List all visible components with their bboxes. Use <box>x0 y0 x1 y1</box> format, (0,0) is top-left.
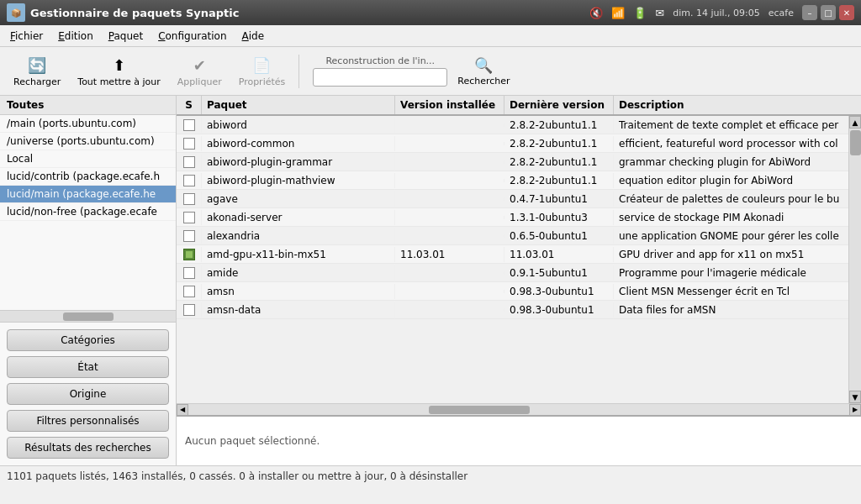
volume-icon[interactable]: 🔇 <box>589 7 603 19</box>
minimize-button[interactable]: – <box>802 5 817 20</box>
table-row[interactable]: amsn-data0.98.3-0ubuntu1Data files for a… <box>177 301 848 319</box>
app-icon: 📦 <box>7 3 25 22</box>
battery-icon[interactable]: 🔋 <box>633 7 647 19</box>
package-installed-version <box>395 308 504 312</box>
package-last-version: 0.4.7-1ubuntu1 <box>504 192 614 207</box>
scroll-track[interactable] <box>849 129 861 391</box>
package-checkbox[interactable] <box>183 286 195 297</box>
table-body[interactable]: abiword2.8.2-2ubuntu1.1Traitement de tex… <box>177 116 848 403</box>
upgrade-all-button[interactable]: ⬆ Tout mettre à jour <box>71 51 167 91</box>
menu-edition[interactable]: Edition <box>51 29 100 44</box>
package-description: Client MSN Messenger écrit en Tcl <box>614 284 848 299</box>
col-header-desc[interactable]: Description <box>614 96 861 114</box>
email-icon[interactable]: ✉ <box>655 7 664 19</box>
sidebar-btn-0[interactable]: Catégories <box>7 329 169 351</box>
reconstruction-label: Reconstruction de l'in... <box>325 55 435 66</box>
status-text: 1101 paquets listés, 1463 installés, 0 c… <box>7 470 467 482</box>
scroll-down-button[interactable]: ▼ <box>849 391 861 403</box>
search-label: Rechercher <box>457 76 510 87</box>
col-header-installed[interactable]: Version installée <box>395 96 504 114</box>
hscroll-thumb[interactable] <box>429 406 530 414</box>
package-installed-version <box>395 160 504 164</box>
table-row[interactable]: amsn0.98.3-0ubuntu1Client MSN Messenger … <box>177 282 848 301</box>
package-checkbox[interactable] <box>183 267 195 279</box>
package-name: abiword-plugin-grammar <box>202 155 395 170</box>
upgrade-all-label: Tout mettre à jour <box>77 76 161 87</box>
package-installed-version: 11.03.01 <box>395 247 504 262</box>
search-icon: 🔍 <box>474 56 493 74</box>
vertical-scrollbar[interactable]: ▲ ▼ <box>848 116 861 403</box>
package-checkbox[interactable] <box>183 230 195 242</box>
maximize-button[interactable]: □ <box>821 5 836 20</box>
sidebar-btn-3[interactable]: Filtres personnalisés <box>7 410 169 432</box>
sidebar-item-0[interactable]: /main (ports.ubuntu.com) <box>0 115 176 133</box>
table-row[interactable]: abiword2.8.2-2ubuntu1.1Traitement de tex… <box>177 116 848 134</box>
table-row[interactable]: abiword-plugin-grammar2.8.2-2ubuntu1.1gr… <box>177 153 848 171</box>
package-description: Créateur de palettes de couleurs pour le… <box>614 192 848 207</box>
sidebar-item-2[interactable]: Local <box>0 150 176 168</box>
sidebar-btn-4[interactable]: Résultats des recherches <box>7 437 169 459</box>
package-checkbox[interactable] <box>183 212 195 223</box>
sidebar-item-5[interactable]: lucid/non-free (package.ecafe <box>0 203 176 221</box>
table-row[interactable]: amd-gpu-x11-bin-mx5111.03.0111.03.01GPU … <box>177 245 848 264</box>
scroll-thumb[interactable] <box>850 130 861 155</box>
package-checkbox[interactable] <box>183 249 195 260</box>
package-checkbox[interactable] <box>183 175 195 186</box>
package-checkbox[interactable] <box>183 138 195 150</box>
package-installed-version <box>395 234 504 238</box>
apply-label: Appliquer <box>177 76 222 87</box>
col-header-paquet[interactable]: Paquet <box>202 96 395 114</box>
sidebar-btn-2[interactable]: Origine <box>7 383 169 405</box>
package-checkbox[interactable] <box>183 193 195 205</box>
sidebar-item-3[interactable]: lucid/contrib (package.ecafe.h <box>0 168 176 186</box>
package-installed-version <box>395 179 504 182</box>
sidebar-items: /main (ports.ubuntu.com)/universe (ports… <box>0 115 176 310</box>
properties-label: Propriétés <box>239 76 286 87</box>
sidebar-scrollbar[interactable] <box>0 310 176 322</box>
table-row[interactable]: akonadi-server1.3.1-0ubuntu3service de s… <box>177 208 848 227</box>
menu-aide[interactable]: Aide <box>235 29 272 44</box>
col-header-last[interactable]: Dernière version <box>504 96 614 114</box>
table-row[interactable]: abiword-plugin-mathview2.8.2-2ubuntu1.1e… <box>177 171 848 190</box>
package-checkbox[interactable] <box>183 156 195 168</box>
package-checkbox[interactable] <box>183 119 195 131</box>
package-installed-version <box>395 197 504 201</box>
package-table: S Paquet Version installée Dernière vers… <box>177 96 861 403</box>
search-input[interactable] <box>313 68 447 87</box>
close-button[interactable]: ✕ <box>839 5 854 20</box>
table-row[interactable]: abiword-common2.8.2-2ubuntu1.1efficient,… <box>177 134 848 153</box>
menu-paquet[interactable]: Paquet <box>102 29 150 44</box>
sidebar-header: Toutes <box>0 96 176 115</box>
horizontal-scrollbar[interactable]: ◀ ▶ <box>177 403 861 415</box>
reload-button[interactable]: 🔄 Recharger <box>7 51 67 91</box>
search-area: Reconstruction de l'in... <box>313 55 447 87</box>
properties-button: 📄 Propriétés <box>232 51 293 91</box>
package-last-version: 2.8.2-2ubuntu1.1 <box>504 136 614 151</box>
package-name: amsn <box>202 284 395 299</box>
col-header-s[interactable]: S <box>177 96 202 114</box>
package-name: amd-gpu-x11-bin-mx51 <box>202 247 395 262</box>
scroll-up-button[interactable]: ▲ <box>849 116 861 129</box>
table-body-area: abiword2.8.2-2ubuntu1.1Traitement de tex… <box>177 116 861 403</box>
menu-fichier[interactable]: Fichier <box>3 29 50 44</box>
sidebar-item-1[interactable]: /universe (ports.ubuntu.com) <box>0 133 176 150</box>
search-button[interactable]: 🔍 Rechercher <box>451 55 516 88</box>
table-header: S Paquet Version installée Dernière vers… <box>177 96 861 116</box>
main-area: Toutes /main (ports.ubuntu.com)/universe… <box>0 96 861 465</box>
menubar: Fichier Edition Paquet Configuration Aid… <box>0 25 861 47</box>
package-installed-version <box>395 216 504 219</box>
table-row[interactable]: amide0.9.1-5ubuntu1Programme pour l'imag… <box>177 264 848 282</box>
package-installed-version <box>395 290 504 293</box>
package-description: Data files for aMSN <box>614 302 848 318</box>
package-checkbox[interactable] <box>183 304 195 316</box>
titlebar: 📦 Gestionnaire de paquets Synaptic 🔇 📶 🔋… <box>0 0 861 25</box>
sidebar-item-4[interactable]: lucid/main (package.ecafe.he <box>0 186 176 203</box>
sidebar-btn-1[interactable]: État <box>7 356 169 378</box>
menu-configuration[interactable]: Configuration <box>151 29 233 44</box>
wifi-icon[interactable]: 📶 <box>611 7 625 19</box>
hscroll-right-button[interactable]: ▶ <box>849 404 861 416</box>
package-installed-version <box>395 271 504 275</box>
table-row[interactable]: alexandria0.6.5-0ubuntu1une application … <box>177 227 848 245</box>
table-row[interactable]: agave0.4.7-1ubuntu1Créateur de palettes … <box>177 190 848 208</box>
hscroll-left-button[interactable]: ◀ <box>177 404 188 416</box>
